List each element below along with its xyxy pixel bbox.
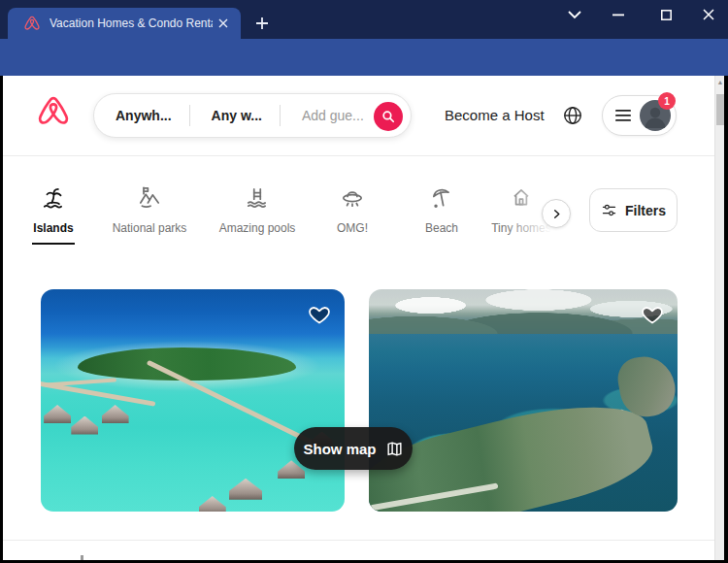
browser-window: Vacation Homes & Condo Rentals (0, 0, 728, 563)
search-button[interactable] (374, 102, 403, 131)
window-close-button[interactable] (695, 4, 722, 25)
airbnb-favicon (24, 16, 40, 32)
palm-island-icon (41, 184, 66, 210)
bungalow-decor (44, 405, 71, 423)
category-amazing-pools[interactable]: Amazing pools (209, 184, 306, 235)
bungalow-decor (199, 496, 226, 512)
search-any-week[interactable]: Any w... (190, 108, 280, 123)
show-map-button[interactable]: Show map (294, 427, 413, 470)
globe-icon[interactable] (562, 105, 583, 126)
window-chevron-down-icon[interactable] (561, 4, 588, 25)
ufo-icon (340, 184, 365, 210)
browser-tab[interactable]: Vacation Homes & Condo Rentals (8, 8, 241, 39)
mountain-flag-icon (137, 184, 162, 210)
category-label: Islands (5, 221, 102, 235)
listing-card-island-ridge[interactable] (369, 289, 678, 512)
scrollbar-thumb[interactable] (716, 94, 724, 125)
window-maximize-button[interactable] (652, 4, 679, 25)
map-icon (385, 440, 404, 458)
airbnb-page: Anywh... Any w... Add gue... Become a Ho… (3, 76, 714, 560)
pool-ladder-icon (245, 184, 270, 210)
category-label: OMG! (304, 221, 401, 235)
category-omg[interactable]: OMG! (304, 184, 401, 235)
beach-umbrella-icon (429, 184, 454, 210)
notification-badge: 1 (658, 92, 676, 110)
bungalow-decor (229, 479, 262, 500)
active-category-underline (32, 243, 75, 245)
footer-tick (81, 555, 83, 560)
filters-button[interactable]: Filters (589, 188, 678, 232)
filters-sliders-icon (601, 202, 617, 218)
category-label: Amazing pools (209, 221, 306, 235)
search-anywhere[interactable]: Anywh... (94, 108, 189, 123)
filters-label: Filters (625, 203, 666, 218)
airbnb-logo[interactable] (38, 95, 69, 129)
become-host-link[interactable]: Become a Host (445, 107, 545, 123)
header-divider (3, 155, 714, 156)
browser-titlebar: Vacation Homes & Condo Rentals (0, 0, 728, 39)
vertical-scrollbar[interactable]: ▲ (714, 76, 724, 560)
hamburger-menu-icon (615, 110, 631, 121)
bungalow-decor (102, 405, 129, 423)
browser-toolbar: https:// www.airbnb.com (0, 39, 728, 76)
scrollbar-up-arrow[interactable]: ▲ (715, 79, 725, 85)
search-pill[interactable]: Anywh... Any w... Add gue... (93, 93, 412, 138)
show-map-label: Show map (303, 441, 376, 457)
window-minimize-button[interactable] (605, 4, 632, 25)
bungalow-decor (71, 416, 98, 435)
search-add-guests[interactable]: Add gue... (281, 108, 370, 123)
category-islands[interactable]: Islands (5, 184, 102, 235)
new-tab-button[interactable] (253, 15, 271, 32)
tab-title: Vacation Homes & Condo Rentals (50, 17, 213, 30)
category-national-parks[interactable]: National parks (101, 184, 198, 235)
listing-card-overwater-island[interactable] (41, 289, 345, 512)
tab-close-icon[interactable] (215, 15, 232, 32)
footer-divider (3, 540, 714, 541)
wishlist-heart-icon[interactable] (308, 303, 331, 326)
category-label: National parks (101, 221, 198, 235)
wishlist-heart-icon[interactable] (641, 303, 664, 326)
categories-next-button[interactable] (542, 199, 571, 228)
